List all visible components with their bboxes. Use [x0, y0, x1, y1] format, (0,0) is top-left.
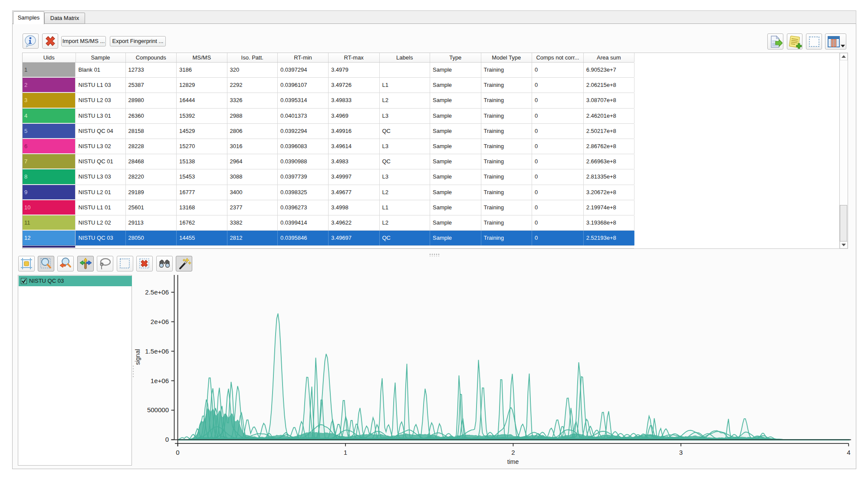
svg-text:3: 3 — [679, 449, 683, 456]
svg-text:signal: signal — [134, 349, 141, 365]
svg-text:2: 2 — [511, 449, 515, 456]
svg-text:0: 0 — [165, 436, 169, 443]
svg-text:500000: 500000 — [147, 406, 169, 414]
svg-text:2.5e+06: 2.5e+06 — [145, 288, 169, 296]
svg-text:1.5e+06: 1.5e+06 — [145, 347, 169, 355]
svg-text:1: 1 — [344, 449, 347, 456]
svg-text:1e+06: 1e+06 — [151, 377, 169, 384]
svg-text:0: 0 — [176, 449, 179, 456]
svg-text:4: 4 — [847, 449, 850, 456]
svg-text:time: time — [507, 458, 519, 465]
svg-text:2e+06: 2e+06 — [151, 318, 169, 325]
